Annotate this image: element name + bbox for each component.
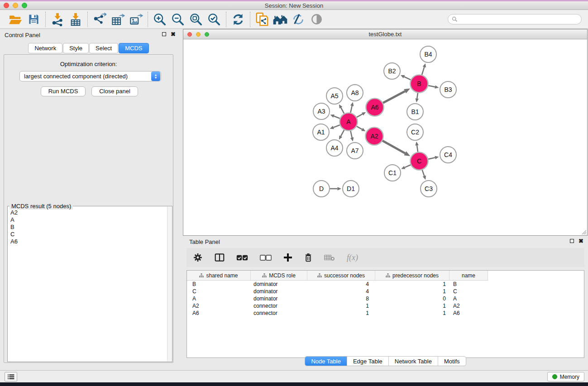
memory-button[interactable]: Memory xyxy=(547,372,584,381)
import-table-button[interactable] xyxy=(67,11,85,28)
graph-edge[interactable] xyxy=(334,116,340,119)
graph-edge[interactable] xyxy=(383,91,405,103)
graph-node-A4[interactable]: A4 xyxy=(326,140,343,156)
run-mcds-button[interactable]: Run MCDS xyxy=(41,86,86,96)
minimize-window-button[interactable] xyxy=(13,3,18,8)
zoom-window-button[interactable] xyxy=(22,3,27,8)
export-image-button[interactable] xyxy=(127,11,145,28)
graph-node-A2[interactable]: A2 xyxy=(366,128,383,145)
network-minimize-button[interactable] xyxy=(196,32,201,37)
graph-edge[interactable] xyxy=(422,170,425,176)
resize-grip-icon[interactable] xyxy=(581,229,587,235)
tab-style[interactable]: Style xyxy=(63,43,89,53)
add-row-button[interactable] xyxy=(283,253,292,262)
network-zoom-button[interactable] xyxy=(205,32,209,37)
close-window-button[interactable] xyxy=(4,3,9,8)
graph-node-C2[interactable]: C2 xyxy=(407,124,423,140)
graph-node-B[interactable]: B xyxy=(411,75,428,93)
mcds-result-scrollbar[interactable] xyxy=(167,207,172,361)
graph-node-B4[interactable]: B4 xyxy=(420,46,436,62)
search-input[interactable] xyxy=(460,16,578,23)
save-session-button[interactable] xyxy=(24,11,43,28)
table-row[interactable]: Bdominator41B xyxy=(187,281,584,288)
close-panel-button[interactable]: Close panel xyxy=(91,86,138,96)
tab-select[interactable]: Select xyxy=(89,43,118,53)
table-row[interactable]: A2connector11A2 xyxy=(187,302,584,310)
tab-node-table[interactable]: Node Table xyxy=(305,357,347,366)
graph-node-C3[interactable]: C3 xyxy=(421,181,437,197)
table-row[interactable]: Adominator80A xyxy=(187,295,584,302)
table-options-button[interactable] xyxy=(193,253,203,262)
column-header[interactable]: name xyxy=(449,271,488,281)
zoom-in-button[interactable] xyxy=(151,11,169,28)
column-header[interactable]: shared name xyxy=(187,271,251,281)
graph-edge[interactable] xyxy=(404,76,411,80)
mcds-result-item[interactable]: A2 xyxy=(9,209,167,216)
graph-node-A8[interactable]: A8 xyxy=(347,85,363,101)
open-session-button[interactable] xyxy=(6,11,24,28)
tab-network[interactable]: Network xyxy=(28,43,62,53)
graph-edge[interactable] xyxy=(428,86,435,87)
graph-node-A5[interactable]: A5 xyxy=(326,88,343,104)
close-table-panel-icon[interactable]: ✖ xyxy=(578,239,583,243)
show-log-button[interactable] xyxy=(5,372,17,381)
tab-motifs[interactable]: Motifs xyxy=(438,357,466,366)
zoom-fit-button[interactable] xyxy=(187,11,205,28)
mcds-result-item[interactable]: C xyxy=(9,231,167,238)
network-window-titlebar[interactable]: testGlobe.txt xyxy=(183,29,587,39)
network-close-button[interactable] xyxy=(187,32,192,37)
tab-mcds[interactable]: MCDS xyxy=(119,43,148,53)
graph-edge[interactable] xyxy=(357,126,362,129)
graph-node-D1[interactable]: D1 xyxy=(343,181,359,197)
export-table-button[interactable] xyxy=(109,11,127,28)
tab-network-table[interactable]: Network Table xyxy=(388,357,438,366)
criterion-dropdown[interactable]: largest connected component (directed) ▲… xyxy=(19,71,161,81)
float-table-panel-icon[interactable] xyxy=(570,239,574,243)
hide-selected-button[interactable] xyxy=(289,11,307,28)
graph-node-A7[interactable]: A7 xyxy=(347,143,363,159)
refresh-button[interactable] xyxy=(229,11,247,28)
graph-node-C[interactable]: C xyxy=(411,152,428,170)
table-row[interactable]: A6connector11A6 xyxy=(187,310,584,317)
column-header[interactable]: predecessor nodes xyxy=(375,271,449,281)
mcds-result-item[interactable]: B xyxy=(9,224,167,231)
graph-node-A[interactable]: A xyxy=(340,113,358,131)
mcds-result-item[interactable]: A6 xyxy=(9,238,167,245)
show-graphics-button[interactable] xyxy=(307,11,325,28)
graph-node-B1[interactable]: B1 xyxy=(407,104,423,120)
column-header[interactable]: MCDS role xyxy=(251,271,307,281)
mcds-result-item[interactable]: A xyxy=(9,216,167,224)
show-columns-button[interactable] xyxy=(215,253,225,262)
duplicate-network-button[interactable] xyxy=(253,11,271,28)
select-all-button[interactable] xyxy=(236,255,248,261)
graph-node-D[interactable]: D xyxy=(313,181,330,197)
import-network-button[interactable] xyxy=(48,11,67,28)
graph-edge[interactable] xyxy=(428,157,435,159)
tab-edge-table[interactable]: Edge Table xyxy=(347,357,388,366)
float-panel-icon[interactable] xyxy=(162,32,166,36)
column-header[interactable]: successor nodes xyxy=(307,271,375,281)
graph-edge[interactable] xyxy=(341,108,344,114)
window-titlebar[interactable]: Session: New Session xyxy=(0,1,588,10)
close-panel-icon[interactable]: ✖ xyxy=(171,32,176,36)
graph-edge[interactable] xyxy=(350,131,352,138)
graph-node-A3[interactable]: A3 xyxy=(313,103,330,119)
graph-node-C1[interactable]: C1 xyxy=(384,165,401,181)
search-field[interactable] xyxy=(448,14,582,24)
graph-edge[interactable] xyxy=(417,145,418,152)
first-neighbors-button[interactable] xyxy=(271,11,289,28)
zoom-out-button[interactable] xyxy=(169,11,187,28)
graph-node-C4[interactable]: C4 xyxy=(440,147,456,163)
zoom-selected-button[interactable] xyxy=(205,11,223,28)
export-network-button[interactable] xyxy=(91,11,109,28)
graph-edge[interactable] xyxy=(350,106,352,113)
table-row[interactable]: Cdominator41C xyxy=(187,288,584,295)
graph-node-A6[interactable]: A6 xyxy=(366,99,384,116)
network-canvas[interactable]: AA1A2A3A4A5A6A7A8BB1B2B3B4CC1C2C3C4DD1 xyxy=(183,39,587,235)
deselect-all-button[interactable] xyxy=(260,255,272,261)
graph-node-B2[interactable]: B2 xyxy=(384,63,400,79)
graph-edge[interactable] xyxy=(334,125,340,127)
graph-node-B3[interactable]: B3 xyxy=(440,81,456,98)
graph-node-A1[interactable]: A1 xyxy=(313,124,329,140)
graph-edge[interactable] xyxy=(405,165,411,167)
